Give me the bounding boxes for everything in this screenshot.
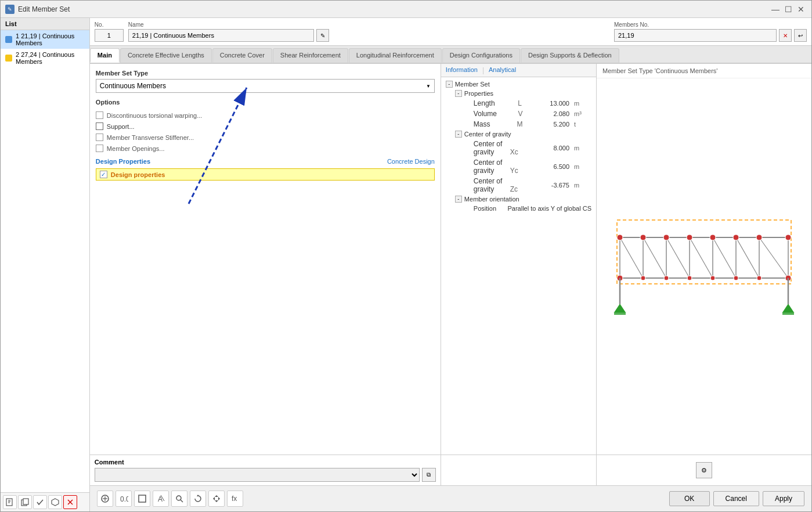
text-button[interactable]: A — [153, 491, 169, 507]
copy-button[interactable] — [18, 495, 32, 509]
comment-label: Comment — [95, 459, 436, 466]
list-item[interactable]: 1 21,19 | Continuous Members — [1, 30, 89, 49]
name-label: Name — [128, 21, 329, 28]
tree-toggle-cog[interactable]: - — [455, 131, 462, 138]
annotation-area — [96, 186, 435, 449]
list-item-label: 1 21,19 | Continuous Members — [16, 33, 85, 46]
preview-settings-button[interactable]: ⚙ — [696, 462, 712, 478]
tree-cog-xc-label: Center of gravity Xc — [474, 140, 532, 156]
svg-rect-55 — [139, 495, 146, 502]
minimize-button[interactable]: — — [770, 3, 781, 15]
left-comment-section: Comment ⧉ — [90, 455, 441, 485]
comment-copy-button[interactable]: ⧉ — [422, 468, 436, 482]
cancel-button[interactable]: Cancel — [713, 491, 759, 506]
info-tab-analytical[interactable]: Analytical — [484, 64, 521, 77]
comment-area: Comment ⧉ ⚙ — [90, 455, 811, 485]
tree-properties-label: Properties — [464, 90, 493, 97]
right-comment-section — [441, 455, 597, 485]
tree-cog-yc-value: 6.500 — [535, 163, 569, 170]
tab-concrete-effective-lengths[interactable]: Concrete Effective Lengths — [120, 48, 212, 63]
edit-name-button[interactable]: ✎ — [316, 29, 329, 42]
new-window-button[interactable] — [97, 491, 113, 507]
settings-button[interactable]: 0.0 — [116, 491, 132, 507]
tree-toggle-properties[interactable]: - — [455, 90, 462, 97]
design-properties-checkbox[interactable]: ✓ — [100, 171, 107, 178]
view-button[interactable] — [134, 491, 150, 507]
tag-button[interactable] — [48, 495, 62, 509]
tree-mass-unit: t — [574, 121, 591, 128]
list-item[interactable]: 2 27,24 | Continuous Members — [1, 49, 89, 67]
svg-line-24 — [666, 237, 690, 278]
svg-point-39 — [664, 276, 669, 280]
no-input[interactable] — [95, 29, 124, 42]
tree-length: Length L 13.000 m — [443, 98, 594, 109]
tree-properties: - Properties — [443, 89, 594, 98]
delete-button[interactable] — [63, 495, 77, 509]
rotate-button[interactable] — [190, 491, 206, 507]
right-panel: No. Name ✎ Members No. ✕ ↩ — [90, 18, 811, 511]
svg-point-34 — [733, 235, 739, 240]
tree-position-label: Position — [474, 205, 496, 212]
svg-point-30 — [640, 235, 646, 240]
tree-member-set-label: Member Set — [455, 81, 490, 88]
info-tab-information[interactable]: Information — [441, 64, 482, 77]
preview-canvas — [597, 78, 811, 455]
option-support-checkbox[interactable] — [96, 122, 103, 130]
title-bar-controls: — ☐ ✕ — [770, 3, 807, 15]
annotation-arrow-svg — [154, 70, 270, 215]
info-tabs: Information | Analytical — [441, 64, 596, 77]
zoom-button[interactable] — [171, 491, 187, 507]
check-button[interactable] — [33, 495, 47, 509]
tree-member-set: - Member Set — [443, 80, 594, 89]
tree-volume: Volume V 2.080 m³ — [443, 109, 594, 119]
svg-text:0.0: 0.0 — [120, 495, 128, 503]
svg-point-41 — [710, 276, 715, 280]
tab-concrete-cover[interactable]: Concrete Cover — [212, 48, 272, 63]
tree-volume-label: Volume V — [474, 110, 532, 118]
ok-button[interactable]: OK — [669, 491, 710, 506]
window-icon: ✎ — [5, 5, 15, 14]
members-no-clear-button[interactable]: ✕ — [779, 29, 792, 42]
restore-button[interactable]: ☐ — [782, 3, 794, 15]
tab-shear-reinforcement[interactable]: Shear Reinforcement — [273, 48, 348, 63]
option-transverse-checkbox — [96, 134, 103, 141]
members-no-input[interactable] — [614, 29, 777, 42]
close-button[interactable]: ✕ — [795, 3, 807, 15]
svg-marker-49 — [782, 304, 794, 313]
tab-design-configurations[interactable]: Design Configurations — [442, 48, 520, 63]
bottom-bar: 0.0 A — [90, 485, 811, 511]
tab-main[interactable]: Main — [90, 48, 120, 63]
script-button[interactable]: fx — [227, 491, 243, 507]
name-input[interactable] — [128, 29, 314, 42]
svg-marker-64 — [218, 497, 220, 500]
svg-point-32 — [687, 235, 692, 240]
tree-toggle-member-set[interactable]: - — [446, 81, 453, 88]
list-toolbar — [1, 492, 89, 511]
option-discontinuous-checkbox — [96, 111, 103, 119]
svg-line-25 — [690, 237, 713, 278]
svg-point-36 — [785, 235, 791, 240]
option-support-label: Support... — [107, 123, 135, 130]
tree-length-value: 13.000 — [535, 100, 569, 107]
window-title: Edit Member Set — [18, 5, 770, 13]
move-button[interactable] — [208, 491, 225, 507]
svg-point-42 — [734, 276, 738, 280]
tab-longitudinal-reinforcement[interactable]: Longitudinal Reinforcement — [349, 48, 442, 63]
tree-cog-xc-value: 8.000 — [535, 145, 569, 152]
comment-select[interactable] — [95, 468, 420, 482]
design-properties-label: Design Properties — [96, 158, 150, 165]
tab-design-supports[interactable]: Design Supports & Deflection — [521, 48, 619, 63]
tree-volume-value: 2.080 — [535, 110, 569, 117]
list-panel: List 1 21,19 | Continuous Members 2 27,2… — [1, 18, 90, 511]
tree-toggle-orientation[interactable]: - — [455, 196, 462, 203]
concrete-design-link[interactable]: Concrete Design — [387, 158, 435, 165]
new-item-button[interactable] — [3, 495, 17, 509]
name-field-row: ✎ — [128, 29, 329, 42]
top-bar: No. Name ✎ Members No. ✕ ↩ — [90, 18, 811, 46]
tree-cog-header: - Center of gravity — [443, 129, 594, 139]
structure-diagram — [611, 208, 797, 324]
tree-mass: Mass M 5.200 t — [443, 119, 594, 129]
members-no-pick-button[interactable]: ↩ — [794, 29, 807, 42]
preview-header: Member Set Type 'Continuous Members' — [597, 64, 811, 78]
apply-button[interactable]: Apply — [763, 491, 804, 506]
